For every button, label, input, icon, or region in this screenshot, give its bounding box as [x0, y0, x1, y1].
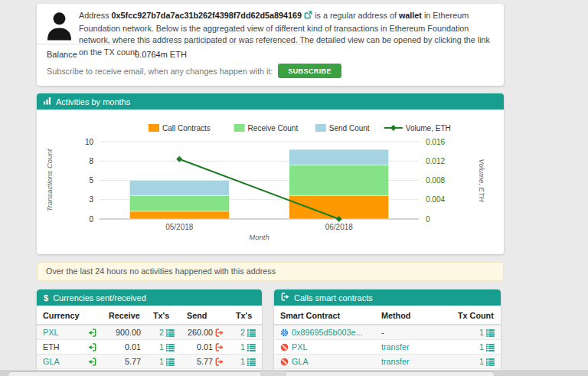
balance-value: 0.0764m ETH — [135, 50, 187, 59]
tx-count[interactable]: 1 — [479, 356, 484, 367]
address-summary-card: Address 0x5fcc927b7da7ac31b262f4398f7dd6… — [37, 4, 504, 86]
currency-row: GLA5.7715.771 — [37, 355, 262, 369]
external-link-icon[interactable] — [304, 11, 312, 23]
address-label: Address — [79, 11, 109, 20]
address-analytics-page: Address 0x5fcc927b7da7ac31b262f4398f7dd6… — [0, 0, 588, 376]
currencies-table: Currency Receive Tx's Send Tx's PXL900.0… — [37, 306, 262, 369]
wallet-type: wallet — [399, 11, 422, 20]
list-icon[interactable] — [166, 343, 175, 351]
contracts-table: Smart Contract Method Tx Count 0x89695d5… — [274, 306, 501, 369]
receive-tx-count[interactable]: 1 — [159, 356, 164, 367]
receive-tx-count[interactable]: 1 — [159, 342, 164, 352]
token-icon — [280, 343, 289, 351]
col-send: Send — [181, 306, 230, 325]
svg-text:5: 5 — [89, 176, 93, 185]
list-icon[interactable] — [247, 329, 256, 337]
sign-out-icon — [215, 343, 224, 351]
list-icon[interactable] — [247, 343, 256, 351]
activities-panel: Activities by months 03581000.0040.0080.… — [37, 93, 504, 254]
col-smart-contract: Smart Contract — [274, 306, 375, 325]
svg-text:Call Contracts: Call Contracts — [162, 124, 211, 132]
tx-count[interactable]: 1 — [479, 342, 484, 352]
smart-contract-row: PXLtransfer1 — [274, 340, 501, 355]
list-icon[interactable] — [166, 329, 175, 337]
svg-text:0.004: 0.004 — [426, 195, 445, 204]
send-tx-count[interactable]: 2 — [240, 327, 245, 338]
svg-text:Volume, ETH: Volume, ETH — [406, 124, 451, 132]
send-amount: 0.01 — [197, 342, 213, 352]
currency-name[interactable]: PXL — [43, 327, 58, 338]
subscribe-text: Subscribe to receive email, when any cha… — [47, 67, 273, 76]
contract-name[interactable]: PXL — [292, 342, 307, 352]
svg-text:06/2018: 06/2018 — [325, 223, 354, 231]
contract-name[interactable]: 0x89695d5b003e... — [292, 327, 362, 338]
currency-row: PXL900.002260.002 — [37, 325, 262, 340]
col-receive: Receive — [103, 306, 147, 325]
background-window-titlebar — [8, 371, 495, 376]
no-activity-text: Over the last 24 hours no activities hap… — [46, 266, 276, 276]
list-icon[interactable] — [486, 329, 495, 337]
sign-in-icon — [88, 343, 96, 351]
dollar-icon: $ — [44, 293, 48, 302]
method-name[interactable]: transfer — [381, 357, 410, 366]
bar-chart-icon — [44, 96, 51, 106]
svg-text:0: 0 — [89, 215, 93, 224]
svg-text:0.016: 0.016 — [426, 138, 445, 146]
currencies-panel: $ Currencies sent/received Currency Rece… — [37, 289, 262, 376]
svg-text:Receive Count: Receive Count — [248, 124, 299, 132]
list-icon[interactable] — [247, 358, 256, 366]
contracts-table-header: Smart Contract Method Tx Count — [274, 306, 501, 325]
svg-text:Transactions Count: Transactions Count — [45, 149, 54, 211]
smart-contract-row: 0x89695d5b003e...-1 — [274, 325, 501, 340]
contract-name[interactable]: GLA — [292, 356, 309, 367]
subscribe-row: Subscribe to receive email, when any cha… — [47, 64, 341, 78]
svg-text:0.008: 0.008 — [426, 176, 445, 185]
contracts-panel: Calls smart contracts Smart Contract Met… — [274, 289, 501, 376]
currency-name: ETH — [43, 342, 60, 352]
svg-text:3: 3 — [89, 195, 93, 204]
no-activity-notice: Over the last 24 hours no activities hap… — [37, 262, 504, 281]
address-desc-a: is a regular address of — [315, 11, 397, 20]
receive-amount: 0.01 — [125, 342, 141, 351]
currency-row: ETH0.0110.011 — [37, 340, 262, 355]
list-icon[interactable] — [166, 358, 175, 366]
sign-in-icon — [88, 358, 96, 366]
sign-out-icon — [215, 329, 224, 337]
svg-text:Send Count: Send Count — [329, 124, 370, 132]
receive-tx-count[interactable]: 2 — [159, 327, 164, 338]
list-icon[interactable] — [486, 358, 495, 366]
receive-amount: 5.77 — [125, 357, 141, 366]
address-hash: 0x5fcc927b7da7ac31b262f4398f7dd62d5a8941… — [112, 11, 302, 20]
col-tx-count: Tx Count — [452, 306, 501, 325]
contracts-panel-header: Calls smart contracts — [274, 289, 501, 306]
sign-out-icon — [215, 358, 224, 366]
contracts-panel-title: Calls smart contracts — [294, 293, 373, 302]
subscribe-button[interactable]: SUBSCRIBE — [278, 64, 341, 78]
token-icon — [280, 358, 289, 366]
col-method: Method — [375, 306, 452, 325]
background-window-tab — [260, 371, 286, 376]
activities-panel-title: Activities by months — [56, 97, 130, 106]
list-icon[interactable] — [486, 343, 495, 351]
currency-name[interactable]: GLA — [43, 356, 60, 367]
method-name[interactable]: transfer — [381, 342, 410, 351]
svg-text:10: 10 — [85, 138, 94, 146]
svg-text:Volume, ETH: Volume, ETH — [478, 159, 486, 201]
send-tx-count[interactable]: 1 — [240, 356, 245, 367]
svg-text:8: 8 — [89, 157, 93, 165]
currencies-panel-title: Currencies sent/received — [53, 293, 146, 302]
currencies-panel-header: $ Currencies sent/received — [37, 289, 262, 306]
tx-count[interactable]: 1 — [479, 327, 484, 338]
method-name: - — [381, 328, 384, 337]
send-tx-count[interactable]: 1 — [240, 342, 245, 352]
col-send-txs: Tx's — [230, 306, 262, 325]
currencies-table-header: Currency Receive Tx's Send Tx's — [37, 306, 262, 325]
smart-contract-row: GLAtransfer1 — [274, 355, 501, 369]
sign-in-icon — [88, 329, 96, 337]
svg-text:Month: Month — [249, 233, 269, 241]
balance-label: Balance — [47, 50, 77, 59]
person-avatar-icon — [47, 11, 72, 44]
sign-out-icon — [281, 293, 289, 302]
send-amount: 260.00 — [188, 327, 213, 338]
activities-panel-header: Activities by months — [37, 93, 504, 110]
